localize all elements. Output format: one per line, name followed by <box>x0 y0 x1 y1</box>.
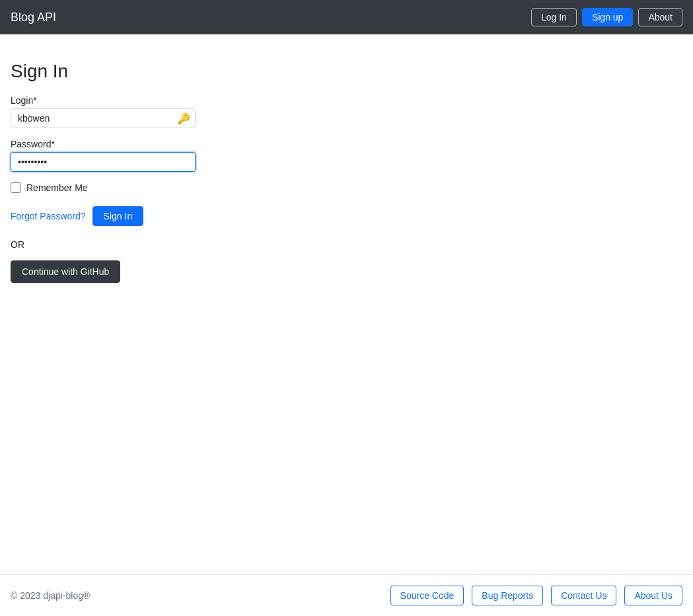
remember-me-checkbox[interactable] <box>11 182 21 193</box>
login-form-group: Login* 🔑 <box>11 95 196 128</box>
password-label: Password* <box>11 139 196 149</box>
about-us-link[interactable]: About Us <box>624 586 682 605</box>
login-input-wrapper: 🔑 <box>11 108 196 128</box>
password-input-wrapper <box>11 152 196 172</box>
login-input[interactable] <box>11 108 196 128</box>
contact-us-link[interactable]: Contact Us <box>551 586 616 605</box>
navbar-brand[interactable]: Blog API <box>11 11 56 24</box>
github-button[interactable]: Continue with GitHub <box>11 260 120 283</box>
or-divider: OR <box>11 239 682 250</box>
source-code-link[interactable]: Source Code <box>390 586 464 605</box>
about-button[interactable]: About <box>638 8 682 26</box>
signup-button[interactable]: Sign up <box>582 8 633 26</box>
password-form-group: Password* <box>11 139 196 172</box>
bug-reports-link[interactable]: Bug Reports <box>472 586 543 605</box>
sign-in-button[interactable]: Sign In <box>92 206 144 226</box>
main-content: Sign In Login* 🔑 Password* Remember Me F… <box>0 34 693 574</box>
password-input[interactable] <box>11 152 196 172</box>
footer-links: Source Code Bug Reports Contact Us About… <box>390 586 682 605</box>
forgot-password-link[interactable]: Forgot Password? <box>11 211 86 221</box>
footer-copyright: © 2023 djapi-blog® <box>11 590 90 601</box>
navbar-buttons: Log In Sign up About <box>531 8 682 26</box>
page-title: Sign In <box>11 61 682 82</box>
navbar: Blog API Log In Sign up About <box>0 0 693 34</box>
remember-me-label: Remember Me <box>26 182 88 193</box>
action-row: Forgot Password? Sign In <box>11 206 682 226</box>
login-button[interactable]: Log In <box>531 8 577 26</box>
remember-me-group: Remember Me <box>11 182 682 193</box>
login-label: Login* <box>11 95 196 106</box>
footer: © 2023 djapi-blog® Source Code Bug Repor… <box>0 574 693 616</box>
